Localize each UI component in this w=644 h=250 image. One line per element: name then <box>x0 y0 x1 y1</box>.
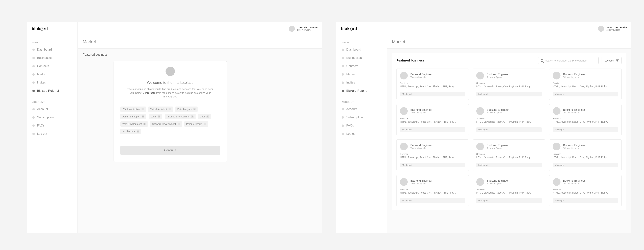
sidebar-item-contacts[interactable]: Contacts <box>30 62 74 70</box>
welcome-body: The marketplace allows you to find produ… <box>125 87 216 99</box>
card-subtitle: Toluwani Ayoola <box>410 111 432 114</box>
sidebar-item-subscription[interactable]: Subscription <box>339 113 384 121</box>
sidebar-item-blukard-referral[interactable]: Blukard Referral <box>30 87 74 95</box>
card-titles: Backend EngineerToluwani Ayoola <box>563 179 585 185</box>
dot-icon <box>32 133 35 135</box>
business-card[interactable]: Backend EngineerToluwani AyoolaServicesH… <box>549 175 622 206</box>
sidebar-item-contacts[interactable]: Contacts <box>339 62 384 70</box>
sidebar-item-account[interactable]: Account <box>30 105 74 113</box>
interest-chip[interactable]: Product Design <box>184 121 208 127</box>
brand-logo[interactable]: blukrd <box>336 22 387 35</box>
avatar <box>598 26 604 32</box>
location-tag: Maiduguri <box>476 127 542 132</box>
card-titles: Backend EngineerToluwani Ayoola <box>487 144 509 149</box>
location-tag: Maiduguri <box>553 127 618 132</box>
search-field[interactable] <box>538 57 598 64</box>
business-card[interactable]: Backend EngineerToluwani AyoolaServicesH… <box>396 140 469 171</box>
app-market-onboarding: blukrd MENU Dashboard Businesses Contact… <box>27 22 322 233</box>
main: Zeus Thorbender zeus@pvt.com Market Feat… <box>387 22 631 233</box>
services-label: Services <box>476 82 542 84</box>
business-card[interactable]: Backend EngineerToluwani AyoolaServicesH… <box>396 69 469 100</box>
card-head: Backend EngineerToluwani Ayoola <box>476 107 542 115</box>
interest-chip[interactable]: Chef <box>198 114 211 119</box>
sidebar-item-dashboard[interactable]: Dashboard <box>339 46 384 54</box>
business-card[interactable]: Backend EngineerToluwani AyoolaServicesH… <box>473 175 545 206</box>
user-chip[interactable]: Zeus Thorbender zeus@pvt.com <box>595 25 627 33</box>
sidebar-item-invites[interactable]: Invites <box>30 78 74 87</box>
business-card[interactable]: Backend EngineerToluwani AyoolaServicesH… <box>473 69 545 100</box>
plus-icon <box>144 123 146 125</box>
services-text: HTML, Javascript, React, C++, Phython, P… <box>476 156 542 159</box>
interest-chip-label: Data Analysis <box>177 108 192 110</box>
sidebar-item-faqs[interactable]: FAQs <box>339 121 384 130</box>
avatar <box>553 107 560 115</box>
sidebar-item-label: Log out <box>346 132 356 136</box>
sidebar-item-invites[interactable]: Invites <box>339 78 384 87</box>
listing-pane: Featured business Location <box>392 53 626 210</box>
sidebar-item-label: Contacts <box>37 64 49 68</box>
sidebar-item-businesses[interactable]: Businesses <box>30 54 74 62</box>
interest-chip[interactable]: Architecture <box>120 129 141 134</box>
sidebar-item-faqs[interactable]: FAQs <box>30 121 74 130</box>
location-tag: Maiduguri <box>553 92 618 96</box>
interest-chip[interactable]: IT Administration <box>120 106 146 112</box>
services-label: Services <box>400 188 465 191</box>
dot-icon <box>342 81 344 84</box>
continue-button[interactable]: Continue <box>120 146 220 155</box>
services-text: HTML, Javascript, React, C++, Phython, P… <box>476 85 542 88</box>
dot-icon <box>342 133 344 135</box>
card-head: Backend EngineerToluwani Ayoola <box>476 178 542 186</box>
dot-icon <box>342 108 344 110</box>
avatar <box>400 178 408 186</box>
search-input[interactable] <box>546 59 596 62</box>
content: Featured business Location <box>387 49 631 233</box>
user-chip[interactable]: Zeus Thorbender zeus@pvt.com <box>286 25 318 33</box>
card-titles: Backend EngineerToluwani Ayoola <box>487 179 509 185</box>
interest-chip[interactable]: Data Analysis <box>175 106 198 112</box>
divider <box>553 161 618 161</box>
sidebar-item-label: Account <box>37 107 48 111</box>
business-card[interactable]: Backend EngineerToluwani AyoolaServicesH… <box>473 104 545 136</box>
interest-chip[interactable]: Software Development <box>150 121 182 127</box>
business-card[interactable]: Backend EngineerToluwani AyoolaServicesH… <box>473 140 545 171</box>
card-subtitle: Toluwani Ayoola <box>487 76 509 78</box>
interest-chip-label: Software Development <box>152 123 176 125</box>
business-card[interactable]: Backend EngineerToluwani AyoolaServicesH… <box>549 69 622 100</box>
sidebar-item-dashboard[interactable]: Dashboard <box>30 46 74 54</box>
interest-chip[interactable]: Web Development <box>120 121 148 127</box>
dot-icon <box>32 108 35 110</box>
plus-icon <box>158 115 160 118</box>
sidebar-item-market[interactable]: Market <box>30 70 74 78</box>
card-titles: Backend EngineerToluwani Ayoola <box>487 73 509 78</box>
services-label: Services <box>476 153 542 155</box>
brand-logo[interactable]: blukrd <box>27 22 78 35</box>
listing-title: Featured business <box>396 59 425 62</box>
card-title: Backend Engineer <box>487 73 509 76</box>
services-text: HTML, Javascript, React, C++, Phython, P… <box>553 191 618 194</box>
card-titles: Backend EngineerToluwani Ayoola <box>410 108 432 114</box>
sidebar-menu: MENU Dashboard Businesses Contacts Marke… <box>336 35 387 139</box>
welcome-body-bold: 5 interests <box>143 91 156 94</box>
divider <box>400 161 465 161</box>
sidebar-item-account[interactable]: Account <box>339 105 384 113</box>
avatar <box>289 26 295 32</box>
business-card[interactable]: Backend EngineerToluwani AyoolaServicesH… <box>396 175 469 206</box>
business-card[interactable]: Backend EngineerToluwani AyoolaServicesH… <box>549 140 622 171</box>
interest-chip[interactable]: Virtual Assistant <box>148 106 173 112</box>
sidebar-item-logout[interactable]: Log out <box>339 130 384 138</box>
sidebar-item-businesses[interactable]: Businesses <box>339 54 384 62</box>
interest-chip[interactable]: Admin & Support <box>120 114 146 119</box>
services-label: Services <box>476 188 542 191</box>
sidebar-item-subscription[interactable]: Subscription <box>30 113 74 121</box>
business-card[interactable]: Backend EngineerToluwani AyoolaServicesH… <box>549 104 622 136</box>
sidebar-item-market[interactable]: Market <box>339 70 384 78</box>
interest-chip[interactable]: Legal <box>148 114 162 119</box>
card-title: Backend Engineer <box>410 73 432 76</box>
sidebar-item-logout[interactable]: Log out <box>30 130 74 138</box>
location-filter-button[interactable]: Location <box>602 57 622 64</box>
business-card[interactable]: Backend EngineerToluwani AyoolaServicesH… <box>396 104 469 136</box>
services-text: HTML, Javascript, React, C++, Phython, P… <box>400 191 465 194</box>
search-icon <box>541 59 544 62</box>
sidebar-item-blukard-referral[interactable]: Blukard Referral <box>339 87 384 95</box>
interest-chip[interactable]: Finance & Accounting <box>165 114 196 119</box>
